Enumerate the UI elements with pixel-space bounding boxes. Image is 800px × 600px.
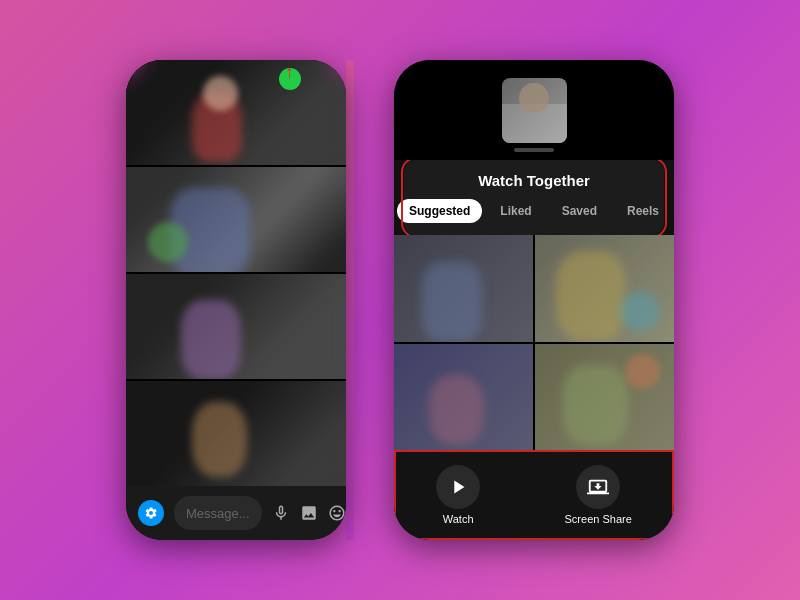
video-thumb-2[interactable]: [126, 167, 346, 272]
tab-liked[interactable]: Liked: [488, 199, 543, 223]
tab-reels[interactable]: Reels: [615, 199, 671, 223]
self-video-thumbnail: [502, 78, 567, 143]
emoji-icon[interactable]: [328, 504, 346, 522]
red-arrow-icon: ↑: [285, 62, 294, 83]
app-container: ↑: [0, 0, 800, 600]
screen-share-action[interactable]: Screen Share: [545, 457, 652, 533]
grid-cell-4[interactable]: [535, 344, 674, 451]
tab-suggested[interactable]: Suggested: [397, 199, 482, 223]
video-feed: [126, 60, 346, 486]
phone-gap: [346, 60, 354, 540]
video-grid: [394, 235, 674, 450]
watch-label: Watch: [443, 513, 474, 525]
message-bar: Message...: [126, 486, 346, 540]
video-thumb-1[interactable]: [126, 60, 346, 165]
watch-action[interactable]: Watch: [416, 457, 500, 533]
message-input-field[interactable]: Message...: [174, 496, 262, 530]
panel-title: Watch Together: [416, 172, 652, 189]
image-icon[interactable]: [300, 504, 318, 522]
screen-share-label: Screen Share: [565, 513, 632, 525]
bottom-icon-group: [272, 504, 346, 522]
screen-share-icon-circle: [576, 465, 620, 509]
video-thumb-3[interactable]: [126, 274, 346, 379]
tabs-row: Suggested Liked Saved Reels: [416, 199, 652, 223]
tab-saved[interactable]: Saved: [550, 199, 609, 223]
watch-together-panel: Watch Together Suggested Liked Saved Ree…: [404, 160, 664, 235]
watch-icon-circle: [436, 465, 480, 509]
microphone-icon[interactable]: [272, 504, 290, 522]
phone-right: Watch Together Suggested Liked Saved Ree…: [394, 60, 674, 540]
video-thumb-4[interactable]: [126, 381, 346, 486]
left-screen: ↑: [126, 60, 346, 486]
phone-left: ↑: [126, 60, 346, 540]
grid-cell-3[interactable]: [394, 344, 533, 451]
self-view-area: [394, 60, 674, 160]
camera-button[interactable]: [138, 500, 164, 526]
message-placeholder: Message...: [186, 506, 250, 521]
grid-cell-1[interactable]: [394, 235, 533, 342]
action-bar: Watch Screen Share: [394, 450, 674, 540]
grid-cell-2[interactable]: [535, 235, 674, 342]
